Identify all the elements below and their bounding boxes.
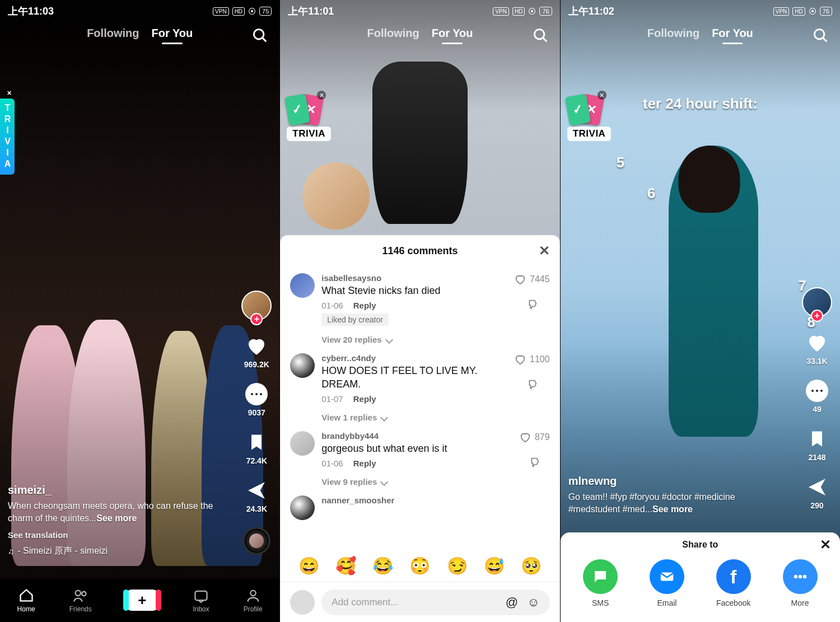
tab-foryou[interactable]: For You [432, 27, 473, 40]
share-sheet: Share to ✕ SMS Email f Facebook More [561, 532, 840, 622]
comment-dislike[interactable] [528, 456, 540, 468]
tab-following[interactable]: Following [367, 27, 419, 40]
close-icon[interactable]: ✕ [4, 88, 13, 97]
comment-item: nanner_smoosher [290, 490, 549, 526]
vpn-icon: VPN [213, 7, 229, 16]
share-facebook[interactable]: f Facebook [716, 559, 751, 607]
trivia-badge[interactable]: ✕ TRIVIA [0, 99, 15, 175]
emoji-option[interactable]: 😄 [298, 556, 319, 576]
tab-foryou[interactable]: For You [151, 27, 193, 40]
avatar[interactable] [290, 495, 315, 520]
tab-foryou[interactable]: For You [712, 27, 753, 40]
caption[interactable]: When cheongsam meets opera, who can refu… [8, 500, 229, 525]
search-icon[interactable] [251, 27, 268, 46]
svg-point-6 [534, 29, 544, 39]
reply-button[interactable]: Reply [353, 394, 376, 404]
avatar[interactable] [290, 273, 315, 298]
follow-plus-icon[interactable]: + [250, 313, 263, 325]
follow-plus-icon[interactable]: + [811, 310, 823, 322]
trivia-badge[interactable]: ✓✕✕ TRIVIA [287, 95, 331, 141]
emoji-option[interactable]: 😅 [484, 556, 505, 576]
share-button[interactable]: 24.3K [245, 479, 268, 513]
nav-friends[interactable]: Friends [69, 588, 92, 613]
sound-disc[interactable] [242, 527, 270, 555]
emoji-option[interactable]: 😏 [447, 556, 468, 576]
action-rail: + 33.1K 49 2148 290 [802, 287, 832, 510]
status-bar: 上午11:02 VPN HD ⦿ 76 [561, 0, 840, 22]
comment-dislike[interactable] [526, 378, 538, 390]
emoji-option[interactable]: 😳 [409, 556, 430, 576]
svg-point-3 [82, 591, 86, 595]
emoji-option[interactable]: 🥺 [521, 556, 542, 576]
view-replies[interactable]: View 9 replies [321, 477, 549, 487]
tab-following[interactable]: Following [87, 27, 139, 40]
clock: 上午11:02 [568, 4, 614, 18]
like-button[interactable]: 33.1K [805, 331, 829, 366]
username[interactable]: mlnewng [568, 475, 784, 488]
wifi-icon: ⦿ [528, 7, 536, 16]
tab-following[interactable]: Following [647, 27, 699, 40]
screen-1: 上午11:03 VPN HD ⦿ 75 Following For You ✕ … [0, 0, 279, 622]
svg-point-11 [794, 575, 797, 578]
creator-avatar[interactable]: + [802, 287, 832, 317]
reply-button[interactable]: Reply [353, 301, 376, 310]
comment-item: brandybby444 gorgeous but what even is i… [290, 425, 549, 474]
my-avatar[interactable] [290, 590, 315, 615]
reply-button[interactable]: Reply [353, 459, 376, 468]
username[interactable]: simeizi_ [8, 484, 229, 497]
avatar[interactable] [290, 431, 315, 456]
nav-create[interactable]: + [126, 590, 158, 611]
emoji-option[interactable]: 🥰 [335, 556, 356, 576]
sound-label[interactable]: ♫ - Simeizi 原声 - simeizi [8, 545, 229, 557]
caption[interactable]: Go team!! #fyp #foryou #doctor #medicine… [568, 491, 784, 516]
comment-button[interactable]: 49 [805, 379, 829, 414]
comment-like[interactable]: 1100 [514, 353, 550, 366]
search-icon[interactable] [532, 27, 549, 46]
nav-profile[interactable]: Profile [244, 588, 263, 613]
mention-icon[interactable]: @ [506, 595, 518, 610]
nav-inbox[interactable]: Inbox [193, 588, 209, 613]
comments-list[interactable]: isabellesaysno What Stevie nicks fan die… [280, 266, 559, 549]
trivia-badge[interactable]: ✓✕✕ TRIVIA [567, 95, 612, 141]
creator-avatar[interactable]: + [241, 291, 272, 321]
save-button[interactable]: 72.4K [245, 431, 268, 465]
feed-tabs: Following For You [561, 27, 840, 40]
share-sms[interactable]: SMS [583, 559, 618, 607]
sms-icon [583, 559, 618, 594]
emoji-icon[interactable]: ☺ [527, 595, 539, 610]
comment-like[interactable]: 879 [519, 431, 550, 443]
share-more[interactable]: More [783, 559, 818, 607]
svg-point-5 [250, 590, 255, 595]
nav-home[interactable]: Home [17, 588, 35, 613]
comment-button[interactable]: 9037 [245, 382, 268, 417]
see-translation[interactable]: See translation [8, 530, 229, 540]
search-icon[interactable] [812, 27, 829, 46]
comment-like[interactable]: 7445 [514, 273, 550, 286]
close-icon[interactable]: ✕ [539, 243, 550, 259]
comment-user[interactable]: brandybby444 [321, 431, 512, 441]
comment-input[interactable]: Add comment... @ ☺ [321, 590, 549, 615]
clock: 上午11:03 [8, 4, 54, 18]
comment-user[interactable]: nanner_smoosher [321, 495, 549, 505]
close-icon[interactable]: ✕ [317, 91, 326, 100]
view-replies[interactable]: View 1 replies [321, 413, 549, 422]
like-button[interactable]: 969.2K [244, 334, 269, 369]
see-more[interactable]: See more [96, 513, 137, 523]
comment-dislike[interactable] [526, 298, 538, 310]
view-replies[interactable]: View 20 replies [321, 335, 549, 344]
comment-user[interactable]: cyberr..c4ndy [321, 353, 507, 363]
emoji-option[interactable]: 😂 [372, 556, 393, 576]
share-email[interactable]: Email [650, 559, 684, 607]
svg-point-0 [254, 29, 264, 39]
create-icon[interactable]: + [126, 590, 158, 611]
comment-input-bar: Add comment... @ ☺ [280, 582, 559, 622]
svg-rect-4 [195, 591, 207, 600]
close-icon[interactable]: ✕ [820, 537, 831, 553]
comment-user[interactable]: isabellesaysno [321, 273, 507, 283]
save-button[interactable]: 2148 [805, 427, 829, 462]
battery-icon: 76 [539, 7, 552, 16]
see-more[interactable]: See more [652, 504, 693, 514]
close-icon[interactable]: ✕ [598, 91, 606, 100]
avatar[interactable] [290, 353, 315, 378]
share-button[interactable]: 290 [805, 475, 829, 510]
